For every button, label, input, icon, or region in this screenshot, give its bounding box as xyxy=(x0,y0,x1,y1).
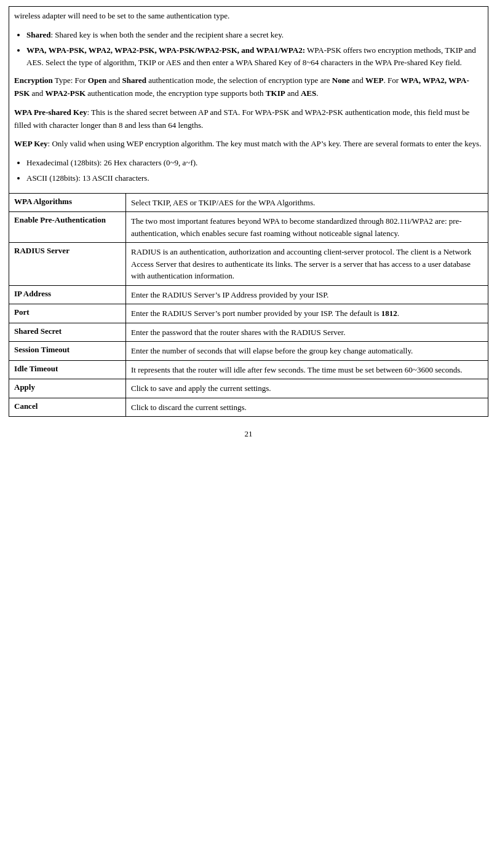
wep-key-para: WEP Key: Only valid when using WEP encry… xyxy=(14,138,483,151)
label-ip-address: IP Address xyxy=(9,285,126,304)
intro-row: wireless adapter will need to be set to … xyxy=(9,7,488,194)
enc-and4: and xyxy=(285,89,301,98)
page-number: 21 xyxy=(0,429,497,439)
enc-end: . xyxy=(316,89,318,98)
table-row-shared-secret: Shared Secret Enter the password that th… xyxy=(9,323,488,342)
wep-key-text: : Only valid when using WEP encryption a… xyxy=(48,139,482,148)
enc-and: and xyxy=(106,76,122,85)
enc-and3: and xyxy=(30,89,45,98)
table-row-enable-pre-auth: Enable Pre-Authentication The two most i… xyxy=(9,212,488,243)
wpa-pre-para: WPA Pre-shared Key: This is the shared s… xyxy=(14,106,483,132)
label-session-timeout: Session Timeout xyxy=(9,342,126,361)
port-desc-pre: Enter the RADIUS Server’s port number pr… xyxy=(131,309,381,318)
label-radius-server: RADIUS Server xyxy=(9,243,126,286)
label-port: Port xyxy=(9,304,126,323)
wep-list: Hexadecimal (128bits): 26 Hex characters… xyxy=(26,157,483,185)
enc-type-text: Type: For xyxy=(53,76,88,85)
enc-and2: and xyxy=(350,76,365,85)
desc-session-timeout: Enter the number of seconds that will el… xyxy=(126,342,488,361)
table-row-port: Port Enter the RADIUS Server’s port numb… xyxy=(9,304,488,323)
enc-rest: authentication mode, the selection of en… xyxy=(146,76,332,85)
ascii-item: ASCII (128bits): 13 ASCII characters. xyxy=(26,172,483,185)
table-row-cancel: Cancel Click to discard the current sett… xyxy=(9,398,488,417)
port-default-value: 1812 xyxy=(381,309,397,318)
desc-wpa-algorithms: Select TKIP, AES or TKIP/AES for the WPA… xyxy=(126,193,488,212)
enc-for: . For xyxy=(384,76,401,85)
enc-wpa2psk: WPA2-PSK xyxy=(46,89,85,98)
main-content-table: wireless adapter will need to be set to … xyxy=(9,6,488,417)
table-row-ip-address: IP Address Enter the RADIUS Server’s IP … xyxy=(9,285,488,304)
wpa-labels: WPA, WPA-PSK, WPA2, WPA2-PSK xyxy=(26,45,154,55)
table-row-radius-server: RADIUS Server RADIUS is an authenticatio… xyxy=(9,243,488,286)
label-shared-secret: Shared Secret xyxy=(9,323,126,342)
label-wpa-algorithms: WPA Algorithms xyxy=(9,193,126,212)
wpa-pre-label: WPA Pre-shared Key xyxy=(14,108,87,117)
desc-enable-pre-auth: The two most important features beyond W… xyxy=(126,212,488,243)
desc-radius-server: RADIUS is an authentication, authorizati… xyxy=(126,243,488,286)
table-row-session-timeout: Session Timeout Enter the number of seco… xyxy=(9,342,488,361)
desc-port: Enter the RADIUS Server’s port number pr… xyxy=(126,304,488,323)
label-idle-timeout: Idle Timeout xyxy=(9,360,126,379)
intro-cell: wireless adapter will need to be set to … xyxy=(9,7,488,194)
enc-wep: WEP xyxy=(365,76,384,85)
intro-wpa-item: WPA, WPA-PSK, WPA2, WPA2-PSK, WPA-PSK/WP… xyxy=(26,44,483,70)
desc-cancel: Click to discard the current settings. xyxy=(126,398,488,417)
intro-line: wireless adapter will need to be set to … xyxy=(14,10,483,23)
table-row-wpa-algorithms: WPA Algorithms Select TKIP, AES or TKIP/… xyxy=(9,193,488,212)
enc-label: Encryption xyxy=(14,76,53,85)
port-desc-post: . xyxy=(397,309,399,318)
enc-shared: Shared xyxy=(122,76,146,85)
wpa-psK-labels: , WPA-PSK/WPA2-PSK, and WPA1/WPA2: xyxy=(154,45,304,55)
desc-idle-timeout: It represents that the router will idle … xyxy=(126,360,488,379)
table-row-idle-timeout: Idle Timeout It represents that the rout… xyxy=(9,360,488,379)
desc-apply: Click to save and apply the current sett… xyxy=(126,379,488,398)
desc-ip-address: Enter the RADIUS Server’s IP Address pro… xyxy=(126,285,488,304)
enc-open: Open xyxy=(88,76,106,85)
encryption-para: Encryption Type: For Open and Shared aut… xyxy=(14,74,483,100)
label-apply: Apply xyxy=(9,379,126,398)
shared-label: Shared xyxy=(26,30,51,39)
table-row-apply: Apply Click to save and apply the curren… xyxy=(9,379,488,398)
enc-aes: AES xyxy=(301,89,316,98)
wep-key-label: WEP Key xyxy=(14,139,48,148)
label-enable-pre-auth: Enable Pre-Authentication xyxy=(9,212,126,243)
hex-item: Hexadecimal (128bits): 26 Hex characters… xyxy=(26,157,483,170)
enc-tkip: TKIP xyxy=(266,89,285,98)
desc-shared-secret: Enter the password that the router share… xyxy=(126,323,488,342)
intro-list: Shared: Shared key is when both the send… xyxy=(26,29,483,69)
enc-rest2: authentication mode, the encryption type… xyxy=(85,89,266,98)
enc-none: None xyxy=(332,76,350,85)
shared-text: : Shared key is when both the sender and… xyxy=(51,30,284,39)
intro-shared-item: Shared: Shared key is when both the send… xyxy=(26,29,483,42)
label-cancel: Cancel xyxy=(9,398,126,417)
